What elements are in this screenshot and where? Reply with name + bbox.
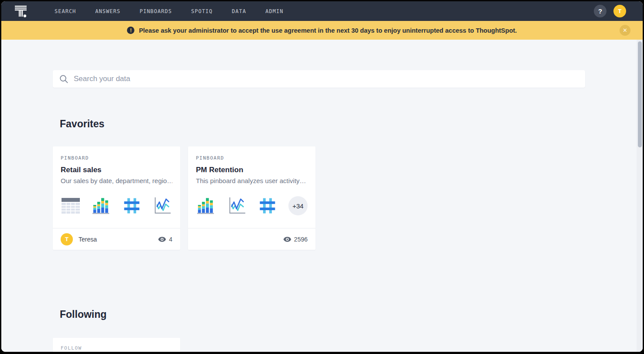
help-button[interactable]: ?: [594, 5, 606, 17]
card-thumbnails: +34: [196, 196, 308, 216]
following-heading: Following: [60, 309, 106, 320]
nav-item-pinboards[interactable]: PINBOARDS: [139, 6, 173, 17]
banner-message: Please ask your administrator to accept …: [139, 27, 517, 34]
nav-item-spotiq[interactable]: SPOTIQ: [190, 6, 213, 17]
line-chart-icon: [152, 196, 172, 216]
nav-menu: SEARCH ANSWERS PINBOARDS SPOTIQ DATA ADM…: [54, 6, 284, 17]
card-type-label: PINBOARD: [61, 155, 172, 161]
card-description: This pinboard analyzes user activity…: [196, 177, 308, 184]
card-thumbnails: [61, 196, 172, 216]
nav-item-data[interactable]: DATA: [231, 6, 247, 17]
views-count: 2596: [294, 236, 308, 243]
nav-item-search[interactable]: SEARCH: [54, 6, 77, 17]
card-description: Our sales by date, department, regio…: [61, 177, 172, 184]
window-frame: SEARCH ANSWERS PINBOARDS SPOTIQ DATA ADM…: [0, 0, 644, 354]
pinboard-card-retail-sales[interactable]: PINBOARD Retail sales Our sales by date,…: [53, 146, 180, 250]
nav-right-controls: ? T: [594, 5, 626, 17]
thoughtspot-logo-icon[interactable]: [14, 4, 29, 19]
favorites-heading: Favorites: [60, 118, 104, 130]
pinboard-card-pm-retention[interactable]: PINBOARD PM Retention This pinboard anal…: [188, 146, 315, 250]
search-bar: [53, 70, 585, 88]
card-footer: 2596: [188, 228, 315, 250]
card-body: PINBOARD Retail sales Our sales by date,…: [53, 146, 180, 216]
card-title: Retail sales: [61, 166, 172, 174]
banner-content: ! Please ask your administrator to accep…: [127, 27, 517, 34]
hash-number-icon: [257, 196, 277, 216]
card-title: PM Retention: [196, 166, 308, 174]
top-navbar: SEARCH ANSWERS PINBOARDS SPOTIQ DATA ADM…: [1, 1, 643, 21]
views-count: 4: [169, 236, 172, 243]
card-type-label: FOLLOW: [53, 338, 180, 351]
author-name: Teresa: [79, 236, 97, 243]
search-icon: [59, 75, 69, 84]
hash-number-icon: [122, 196, 142, 216]
eye-icon: [158, 236, 166, 242]
views: 4: [158, 236, 172, 243]
author-avatar: T: [61, 233, 73, 245]
card-type-label: PINBOARD: [196, 155, 308, 161]
stacked-bar-chart-icon: [196, 196, 216, 216]
app-window: SEARCH ANSWERS PINBOARDS SPOTIQ DATA ADM…: [1, 1, 643, 352]
views: 2596: [283, 236, 308, 243]
follow-card[interactable]: FOLLOW: [53, 338, 180, 352]
main-content: Favorites PINBOARD Retail sales Our sale…: [1, 40, 643, 352]
card-body: PINBOARD PM Retention This pinboard anal…: [188, 146, 315, 216]
nav-item-answers[interactable]: ANSWERS: [94, 6, 121, 17]
line-chart-icon: [227, 196, 247, 216]
stacked-bar-chart-icon: [91, 196, 111, 216]
card-footer: T Teresa 4: [53, 228, 180, 250]
search-input[interactable]: [73, 74, 585, 84]
favorites-cards: PINBOARD Retail sales Our sales by date,…: [53, 146, 315, 250]
eye-icon: [283, 236, 291, 242]
table-icon: [61, 196, 81, 216]
alert-icon: !: [127, 27, 134, 34]
scrollbar-thumb[interactable]: [638, 41, 642, 147]
nav-item-admin[interactable]: ADMIN: [264, 6, 284, 17]
agreement-banner: ! Please ask your administrator to accep…: [1, 21, 643, 40]
more-visualizations-badge[interactable]: +34: [288, 196, 308, 215]
banner-close-icon[interactable]: ✕: [620, 25, 630, 36]
user-avatar[interactable]: T: [613, 5, 626, 17]
